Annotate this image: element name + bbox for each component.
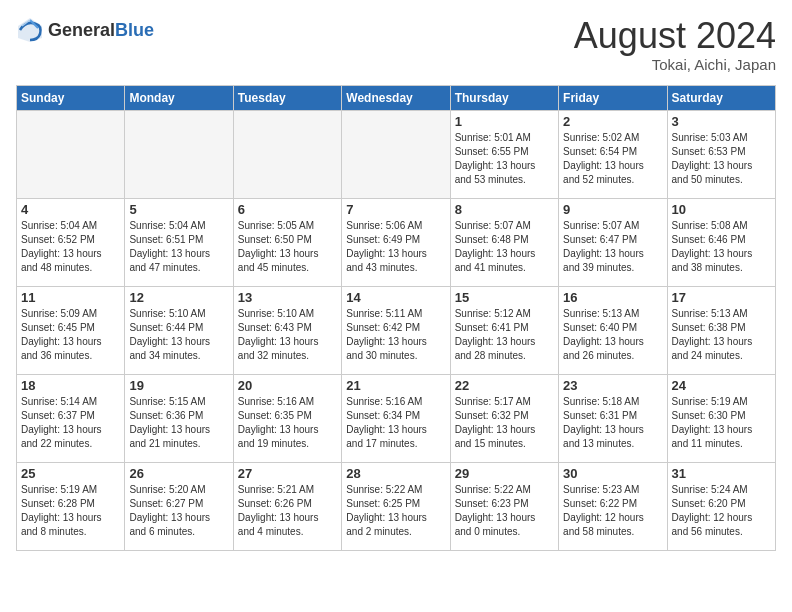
title-block: August 2024 Tokai, Aichi, Japan xyxy=(574,16,776,73)
calendar-cell: 20Sunrise: 5:16 AM Sunset: 6:35 PM Dayli… xyxy=(233,374,341,462)
logo-general: General xyxy=(48,21,115,39)
day-info: Sunrise: 5:11 AM Sunset: 6:42 PM Dayligh… xyxy=(346,307,445,363)
day-info: Sunrise: 5:07 AM Sunset: 6:47 PM Dayligh… xyxy=(563,219,662,275)
calendar-cell: 8Sunrise: 5:07 AM Sunset: 6:48 PM Daylig… xyxy=(450,198,558,286)
day-info: Sunrise: 5:19 AM Sunset: 6:30 PM Dayligh… xyxy=(672,395,771,451)
calendar-cell: 25Sunrise: 5:19 AM Sunset: 6:28 PM Dayli… xyxy=(17,462,125,550)
calendar-cell: 5Sunrise: 5:04 AM Sunset: 6:51 PM Daylig… xyxy=(125,198,233,286)
logo: GeneralBlue xyxy=(16,16,154,44)
page-header: GeneralBlue August 2024 Tokai, Aichi, Ja… xyxy=(16,16,776,73)
calendar-cell: 30Sunrise: 5:23 AM Sunset: 6:22 PM Dayli… xyxy=(559,462,667,550)
calendar-cell: 11Sunrise: 5:09 AM Sunset: 6:45 PM Dayli… xyxy=(17,286,125,374)
calendar-cell: 12Sunrise: 5:10 AM Sunset: 6:44 PM Dayli… xyxy=(125,286,233,374)
calendar-cell: 27Sunrise: 5:21 AM Sunset: 6:26 PM Dayli… xyxy=(233,462,341,550)
logo-blue: Blue xyxy=(115,21,154,39)
weekday-header-friday: Friday xyxy=(559,85,667,110)
calendar-cell: 21Sunrise: 5:16 AM Sunset: 6:34 PM Dayli… xyxy=(342,374,450,462)
day-number: 16 xyxy=(563,290,662,305)
day-info: Sunrise: 5:16 AM Sunset: 6:35 PM Dayligh… xyxy=(238,395,337,451)
day-number: 27 xyxy=(238,466,337,481)
day-number: 14 xyxy=(346,290,445,305)
day-number: 4 xyxy=(21,202,120,217)
day-number: 18 xyxy=(21,378,120,393)
calendar-cell: 13Sunrise: 5:10 AM Sunset: 6:43 PM Dayli… xyxy=(233,286,341,374)
day-info: Sunrise: 5:16 AM Sunset: 6:34 PM Dayligh… xyxy=(346,395,445,451)
day-number: 28 xyxy=(346,466,445,481)
calendar-cell: 6Sunrise: 5:05 AM Sunset: 6:50 PM Daylig… xyxy=(233,198,341,286)
calendar-cell xyxy=(342,110,450,198)
day-number: 2 xyxy=(563,114,662,129)
calendar-cell: 28Sunrise: 5:22 AM Sunset: 6:25 PM Dayli… xyxy=(342,462,450,550)
day-info: Sunrise: 5:20 AM Sunset: 6:27 PM Dayligh… xyxy=(129,483,228,539)
day-info: Sunrise: 5:22 AM Sunset: 6:25 PM Dayligh… xyxy=(346,483,445,539)
day-info: Sunrise: 5:09 AM Sunset: 6:45 PM Dayligh… xyxy=(21,307,120,363)
day-info: Sunrise: 5:22 AM Sunset: 6:23 PM Dayligh… xyxy=(455,483,554,539)
day-number: 3 xyxy=(672,114,771,129)
day-number: 30 xyxy=(563,466,662,481)
weekday-header-row: SundayMondayTuesdayWednesdayThursdayFrid… xyxy=(17,85,776,110)
day-info: Sunrise: 5:23 AM Sunset: 6:22 PM Dayligh… xyxy=(563,483,662,539)
day-number: 31 xyxy=(672,466,771,481)
day-info: Sunrise: 5:10 AM Sunset: 6:43 PM Dayligh… xyxy=(238,307,337,363)
calendar-cell: 15Sunrise: 5:12 AM Sunset: 6:41 PM Dayli… xyxy=(450,286,558,374)
week-row-2: 4Sunrise: 5:04 AM Sunset: 6:52 PM Daylig… xyxy=(17,198,776,286)
day-number: 29 xyxy=(455,466,554,481)
calendar-cell: 26Sunrise: 5:20 AM Sunset: 6:27 PM Dayli… xyxy=(125,462,233,550)
day-number: 19 xyxy=(129,378,228,393)
day-number: 26 xyxy=(129,466,228,481)
calendar-cell: 9Sunrise: 5:07 AM Sunset: 6:47 PM Daylig… xyxy=(559,198,667,286)
day-info: Sunrise: 5:13 AM Sunset: 6:40 PM Dayligh… xyxy=(563,307,662,363)
day-number: 24 xyxy=(672,378,771,393)
day-number: 21 xyxy=(346,378,445,393)
calendar-cell: 2Sunrise: 5:02 AM Sunset: 6:54 PM Daylig… xyxy=(559,110,667,198)
calendar-cell: 19Sunrise: 5:15 AM Sunset: 6:36 PM Dayli… xyxy=(125,374,233,462)
calendar-cell xyxy=(233,110,341,198)
weekday-header-wednesday: Wednesday xyxy=(342,85,450,110)
day-number: 8 xyxy=(455,202,554,217)
day-info: Sunrise: 5:03 AM Sunset: 6:53 PM Dayligh… xyxy=(672,131,771,187)
weekday-header-thursday: Thursday xyxy=(450,85,558,110)
day-info: Sunrise: 5:14 AM Sunset: 6:37 PM Dayligh… xyxy=(21,395,120,451)
calendar-cell xyxy=(17,110,125,198)
day-number: 17 xyxy=(672,290,771,305)
week-row-3: 11Sunrise: 5:09 AM Sunset: 6:45 PM Dayli… xyxy=(17,286,776,374)
day-info: Sunrise: 5:21 AM Sunset: 6:26 PM Dayligh… xyxy=(238,483,337,539)
day-info: Sunrise: 5:13 AM Sunset: 6:38 PM Dayligh… xyxy=(672,307,771,363)
day-number: 13 xyxy=(238,290,337,305)
day-info: Sunrise: 5:19 AM Sunset: 6:28 PM Dayligh… xyxy=(21,483,120,539)
day-number: 6 xyxy=(238,202,337,217)
day-number: 25 xyxy=(21,466,120,481)
day-number: 12 xyxy=(129,290,228,305)
day-info: Sunrise: 5:07 AM Sunset: 6:48 PM Dayligh… xyxy=(455,219,554,275)
location-title: Tokai, Aichi, Japan xyxy=(574,56,776,73)
day-info: Sunrise: 5:06 AM Sunset: 6:49 PM Dayligh… xyxy=(346,219,445,275)
calendar-cell: 4Sunrise: 5:04 AM Sunset: 6:52 PM Daylig… xyxy=(17,198,125,286)
calendar-cell: 10Sunrise: 5:08 AM Sunset: 6:46 PM Dayli… xyxy=(667,198,775,286)
calendar-cell xyxy=(125,110,233,198)
day-info: Sunrise: 5:05 AM Sunset: 6:50 PM Dayligh… xyxy=(238,219,337,275)
calendar-cell: 29Sunrise: 5:22 AM Sunset: 6:23 PM Dayli… xyxy=(450,462,558,550)
calendar-cell: 31Sunrise: 5:24 AM Sunset: 6:20 PM Dayli… xyxy=(667,462,775,550)
weekday-header-sunday: Sunday xyxy=(17,85,125,110)
day-info: Sunrise: 5:02 AM Sunset: 6:54 PM Dayligh… xyxy=(563,131,662,187)
day-info: Sunrise: 5:01 AM Sunset: 6:55 PM Dayligh… xyxy=(455,131,554,187)
day-number: 9 xyxy=(563,202,662,217)
day-number: 7 xyxy=(346,202,445,217)
calendar-cell: 16Sunrise: 5:13 AM Sunset: 6:40 PM Dayli… xyxy=(559,286,667,374)
day-info: Sunrise: 5:24 AM Sunset: 6:20 PM Dayligh… xyxy=(672,483,771,539)
calendar-cell: 7Sunrise: 5:06 AM Sunset: 6:49 PM Daylig… xyxy=(342,198,450,286)
day-number: 20 xyxy=(238,378,337,393)
week-row-4: 18Sunrise: 5:14 AM Sunset: 6:37 PM Dayli… xyxy=(17,374,776,462)
day-number: 15 xyxy=(455,290,554,305)
logo-icon xyxy=(16,16,44,44)
weekday-header-saturday: Saturday xyxy=(667,85,775,110)
calendar-cell: 17Sunrise: 5:13 AM Sunset: 6:38 PM Dayli… xyxy=(667,286,775,374)
weekday-header-tuesday: Tuesday xyxy=(233,85,341,110)
day-info: Sunrise: 5:10 AM Sunset: 6:44 PM Dayligh… xyxy=(129,307,228,363)
calendar-cell: 24Sunrise: 5:19 AM Sunset: 6:30 PM Dayli… xyxy=(667,374,775,462)
calendar-cell: 18Sunrise: 5:14 AM Sunset: 6:37 PM Dayli… xyxy=(17,374,125,462)
day-info: Sunrise: 5:18 AM Sunset: 6:31 PM Dayligh… xyxy=(563,395,662,451)
day-number: 23 xyxy=(563,378,662,393)
calendar-cell: 14Sunrise: 5:11 AM Sunset: 6:42 PM Dayli… xyxy=(342,286,450,374)
day-info: Sunrise: 5:04 AM Sunset: 6:52 PM Dayligh… xyxy=(21,219,120,275)
